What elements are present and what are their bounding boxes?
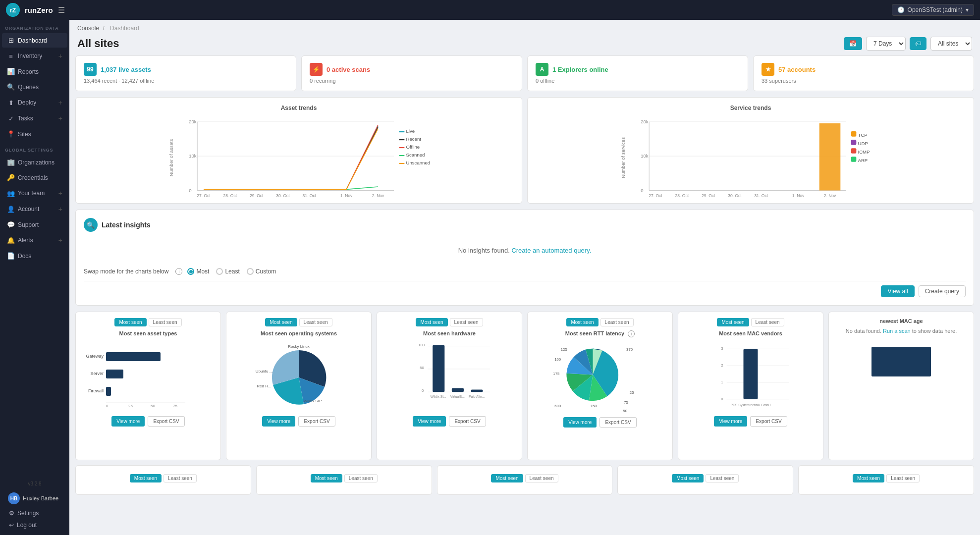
sidebar-item-sites[interactable]: 📍 Sites (2, 127, 67, 141)
stat-card-accounts-header: ★ 57 accounts (762, 63, 966, 76)
sidebar-label-account: Account (18, 206, 55, 213)
tasks-plus-icon: + (58, 114, 62, 122)
svg-text:Gateway: Gateway (86, 354, 104, 359)
sidebar-item-tasks[interactable]: ✓ Tasks + (2, 111, 67, 126)
svg-rect-44 (819, 123, 841, 190)
create-query-button[interactable]: Create query (919, 285, 966, 297)
sidebar-item-organizations[interactable]: 🏢 Organizations (2, 155, 67, 169)
bottom-least-btn-4[interactable]: Least seen (706, 474, 739, 482)
hardware-most-btn[interactable]: Most seen (416, 318, 447, 326)
sidebar-item-logout[interactable]: ↩ Log out (4, 519, 65, 531)
bottom-least-btn-3[interactable]: Least seen (525, 474, 558, 482)
view-all-button[interactable]: View all (881, 285, 914, 297)
stat-card-explorers-header: A 1 Explorers online (536, 63, 740, 76)
your-team-icon: 👥 (7, 190, 15, 197)
site-filter-btn[interactable]: 🏷 (910, 37, 926, 50)
rtt-least-btn[interactable]: Least seen (600, 318, 634, 326)
org-dropdown-icon: ▾ (966, 6, 969, 13)
rtt-most-btn[interactable]: Most seen (566, 318, 598, 326)
bottom-most-btn-5[interactable]: Most seen (853, 474, 884, 482)
svg-text:375: 375 (626, 347, 633, 352)
sidebar-item-alerts[interactable]: 🔔 Alerts + (2, 233, 67, 248)
sidebar-item-your-team[interactable]: 👥 Your team + (2, 186, 67, 201)
bottom-most-btn-2[interactable]: Most seen (311, 474, 342, 482)
svg-text:VirtualB...: VirtualB... (450, 395, 465, 398)
svg-text:Unscanned: Unscanned (406, 160, 431, 165)
hardware-export-btn[interactable]: Export CSV (449, 416, 486, 427)
sidebar-item-settings[interactable]: ⚙ Settings (4, 507, 65, 519)
os-most-btn[interactable]: Most seen (265, 318, 297, 326)
svg-rect-22 (399, 147, 405, 148)
svg-text:175: 175 (553, 372, 559, 376)
settings-label: Settings (17, 510, 39, 517)
rtt-export-btn[interactable]: Export CSV (599, 417, 636, 428)
sidebar-item-dashboard[interactable]: ⊞ Dashboard (2, 33, 67, 48)
breadcrumb-console[interactable]: Console (77, 25, 99, 32)
swap-mode-row: Swap mode for the charts below i Most Le… (84, 264, 966, 281)
live-assets-title: 1,037 live assets (101, 66, 151, 73)
rtt-footer: View more Export CSV (534, 417, 666, 428)
bottom-most-btn-1[interactable]: Most seen (130, 474, 162, 482)
reports-icon: 📊 (7, 68, 15, 75)
mac-vendors-least-btn[interactable]: Least seen (751, 318, 784, 326)
sidebar-item-queries[interactable]: 🔍 Queries (2, 80, 67, 94)
calendar-btn[interactable]: 📅 (844, 37, 862, 50)
sidebar-item-deploy[interactable]: ⬆ Deploy + (2, 95, 67, 110)
hardware-least-btn[interactable]: Least seen (450, 318, 483, 326)
organizations-icon: 🏢 (7, 159, 15, 166)
insights-footer: View all Create query (84, 281, 966, 297)
time-range-select[interactable]: 7 Days (866, 37, 906, 51)
asset-types-most-btn[interactable]: Most seen (114, 318, 146, 326)
bottom-least-btn-1[interactable]: Least seen (163, 474, 197, 482)
bottom-placeholder-1: Most seen Least seen (75, 465, 251, 495)
radio-least[interactable]: Least (216, 268, 239, 275)
asset-types-least-btn[interactable]: Least seen (149, 318, 182, 326)
svg-text:Ubuntu ...: Ubuntu ... (256, 369, 273, 374)
sidebar-item-credentials[interactable]: 🔑 Credentials (2, 170, 67, 185)
radio-custom[interactable]: Custom (247, 268, 276, 275)
os-export-btn[interactable]: Export CSV (298, 416, 335, 427)
mac-vendors-export-btn[interactable]: Export CSV (750, 416, 787, 427)
asset-types-view-btn[interactable]: View more (111, 416, 145, 427)
deploy-icon: ⬆ (7, 99, 15, 107)
sidebar-item-docs[interactable]: 📄 Docs (2, 249, 67, 263)
sidebar-section-org: ORGANIZATION DATA (0, 20, 69, 33)
header-controls: 📅 7 Days 🏷 All sites (844, 37, 972, 51)
radio-most-label: Most (196, 268, 209, 275)
site-filter-select[interactable]: All sites (930, 37, 972, 51)
svg-rect-76 (471, 389, 483, 392)
sidebar-item-inventory[interactable]: ≡ Inventory + (2, 49, 67, 63)
svg-text:0: 0 (641, 188, 643, 193)
sidebar-item-reports[interactable]: 📊 Reports (2, 64, 67, 79)
swap-mode-label: Swap mode for the charts below (84, 268, 168, 275)
rtt-toggle-row: Most seen Least seen (534, 318, 666, 326)
svg-text:0: 0 (106, 404, 109, 408)
mac-age-run-scan-link[interactable]: Run a scan (883, 328, 911, 334)
svg-rect-18 (399, 131, 405, 132)
bottom-most-btn-4[interactable]: Most seen (672, 474, 704, 482)
svg-text:20k: 20k (189, 119, 197, 124)
swap-info-icon[interactable]: i (175, 268, 182, 275)
sidebar-label-dashboard: Dashboard (18, 37, 62, 44)
radio-most[interactable]: Most (187, 268, 209, 275)
radio-dot-custom (247, 268, 254, 275)
org-selector[interactable]: 🕐 OpenSSTest (admin) ▾ (892, 4, 974, 16)
bottom-least-btn-5[interactable]: Least seen (886, 474, 920, 482)
mini-chart-hardware: Most seen Least seen Most seen hardware … (377, 312, 522, 460)
rtt-view-btn[interactable]: View more (563, 417, 597, 428)
rtt-info-icon[interactable]: i (628, 330, 635, 337)
hardware-view-btn[interactable]: View more (413, 416, 446, 427)
bottom-most-btn-3[interactable]: Most seen (491, 474, 523, 482)
sidebar-item-support[interactable]: 💬 Support (2, 217, 67, 232)
asset-types-export-btn[interactable]: Export CSV (148, 416, 184, 427)
sites-icon: 📍 (7, 130, 15, 138)
sidebar-item-account[interactable]: 👤 Account + (2, 202, 67, 216)
bottom-least-btn-2[interactable]: Least seen (344, 474, 378, 482)
os-view-btn[interactable]: View more (262, 416, 295, 427)
create-automated-query-link[interactable]: Create an automated query. (511, 247, 591, 254)
mac-vendors-view-btn[interactable]: View more (714, 416, 747, 427)
menu-icon[interactable]: ☰ (58, 5, 65, 15)
os-least-btn[interactable]: Least seen (299, 318, 332, 326)
mac-vendors-most-btn[interactable]: Most seen (717, 318, 749, 326)
svg-text:31. Oct: 31. Oct (303, 193, 317, 198)
